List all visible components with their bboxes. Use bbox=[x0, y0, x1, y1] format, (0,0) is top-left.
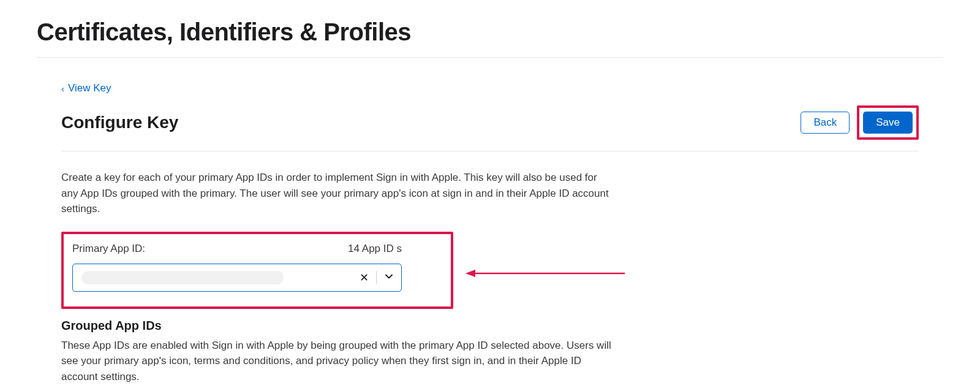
svg-marker-1 bbox=[466, 270, 475, 277]
arrow-annotation bbox=[466, 267, 625, 280]
chevron-down-icon[interactable] bbox=[383, 271, 395, 284]
section-header: Configure Key Back Save bbox=[61, 105, 919, 151]
action-buttons: Back Save bbox=[801, 105, 919, 140]
selected-value-redacted bbox=[81, 271, 284, 284]
primary-app-id-select[interactable]: ✕ bbox=[72, 264, 402, 292]
page-title: Certificates, Identifiers & Profiles bbox=[37, 0, 943, 58]
chevron-left-icon: ‹ bbox=[61, 83, 64, 94]
save-highlight-annotation: Save bbox=[857, 105, 919, 140]
select-divider bbox=[376, 271, 377, 284]
section-description: Create a key for each of your primary Ap… bbox=[61, 170, 612, 217]
primary-app-id-highlight-annotation: Primary App ID: 14 App ID s ✕ bbox=[61, 232, 453, 309]
grouped-heading: Grouped App IDs bbox=[61, 319, 919, 333]
view-key-label: View Key bbox=[68, 82, 111, 94]
save-button[interactable]: Save bbox=[863, 112, 913, 134]
view-key-link[interactable]: ‹ View Key bbox=[61, 82, 111, 94]
clear-icon[interactable]: ✕ bbox=[358, 271, 370, 284]
grouped-description: These App IDs are enabled with Sign in w… bbox=[61, 338, 612, 385]
section-title: Configure Key bbox=[61, 113, 178, 132]
back-button[interactable]: Back bbox=[801, 112, 850, 134]
primary-app-id-label: Primary App ID: bbox=[72, 243, 145, 255]
app-id-count: 14 App ID s bbox=[348, 243, 402, 255]
